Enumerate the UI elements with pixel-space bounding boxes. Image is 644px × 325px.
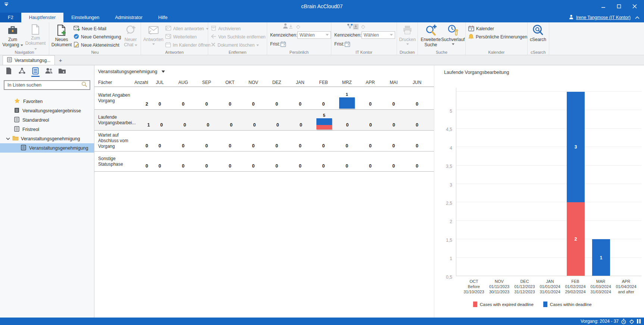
ribbon-group-csearch: cSearch cSearch bbox=[528, 22, 549, 55]
ribbon-group-neu: Neues Dokument Neue E-Mail Neue Genehmig… bbox=[49, 22, 141, 55]
column-header[interactable]: JUN bbox=[405, 80, 429, 85]
column-header[interactable]: MRZ bbox=[335, 80, 359, 85]
tab-hauptfenster[interactable]: Hauptfenster bbox=[21, 13, 64, 22]
dokument-loeschen-button[interactable]: Dokument löschen bbox=[210, 41, 267, 49]
frist-datepicker-personal[interactable] bbox=[280, 41, 286, 47]
column-header[interactable]: NOV bbox=[242, 80, 265, 85]
tree-item-verwaltungsregalergebnisse[interactable]: Verwaltungsregalergebnisse bbox=[0, 106, 94, 115]
neuer-chat-button[interactable]: Neuer Chat bbox=[122, 24, 139, 51]
von-suchliste-entfernen-button[interactable]: Von Suchliste entfernen bbox=[210, 33, 267, 41]
gridline bbox=[456, 165, 641, 166]
csearch-button[interactable]: cSearch bbox=[529, 24, 547, 51]
month-cell: 0 bbox=[406, 122, 429, 130]
month-cell: 0 bbox=[359, 163, 382, 171]
month-cell: 0 bbox=[148, 163, 172, 171]
pause-icon[interactable] bbox=[637, 319, 641, 324]
column-header[interactable]: APR bbox=[359, 80, 382, 85]
column-header[interactable]: DEZ bbox=[265, 80, 288, 85]
neue-genehmigung-button[interactable]: Neue Genehmigung bbox=[72, 33, 122, 41]
delete-x-icon bbox=[211, 42, 216, 48]
tab-f2[interactable]: F2 bbox=[0, 13, 21, 22]
archivieren-button[interactable]: Archivieren bbox=[210, 25, 267, 33]
zum-vorgang-button[interactable]: Zum Vorgang bbox=[1, 24, 24, 51]
sidebar: Favoriten Verwaltungsregalergebnisse Sta… bbox=[0, 65, 94, 318]
chevron-down-icon bbox=[162, 71, 165, 73]
flag-download-icon[interactable] bbox=[288, 24, 294, 29]
printer-icon bbox=[403, 24, 412, 36]
ribbon-group-suche: Erweiterte Suche Suchverlauf Suche bbox=[418, 22, 466, 55]
im-kalender-oeffnen-button[interactable]: Im Kalender öffnen bbox=[164, 41, 212, 49]
table-row[interactable]: Wartet aufAbschluss vomVorgang0000000000… bbox=[94, 131, 434, 151]
table-row[interactable]: LaufendeVorgangsbearbei...1000000050000 bbox=[94, 110, 434, 131]
documents-view-icon[interactable] bbox=[4, 67, 13, 77]
column-header[interactable]: FEB bbox=[312, 80, 335, 85]
collapse-ribbon-icon[interactable] bbox=[635, 13, 640, 22]
flag-download-icon[interactable] bbox=[353, 24, 359, 29]
month-cell: 0 bbox=[243, 122, 266, 130]
tag-icon[interactable] bbox=[360, 24, 366, 29]
neue-email-button[interactable]: Neue E-Mail bbox=[72, 25, 122, 33]
maximize-button[interactable] bbox=[611, 0, 627, 13]
drucken-button[interactable]: Drucken bbox=[398, 24, 416, 51]
column-header[interactable]: JAN bbox=[288, 80, 312, 85]
neue-akteneinsicht-button[interactable]: Neue Akteneinsicht bbox=[72, 41, 122, 49]
org-unit-icon bbox=[347, 24, 353, 30]
relations-view-icon[interactable] bbox=[17, 67, 27, 77]
list-tab-veranstaltungsgenehmigung[interactable]: Veranstaltungsg... bbox=[3, 55, 55, 65]
persoenliche-erinnerungen-button[interactable]: Persönliche Erinnerungen bbox=[467, 33, 528, 41]
column-header[interactable]: Anzahl bbox=[134, 80, 148, 85]
erweiterte-suche-button[interactable]: Erweiterte Suche bbox=[419, 24, 442, 51]
ribbon-group-label: Drucken bbox=[397, 50, 418, 54]
shared-folder-view-icon[interactable] bbox=[57, 68, 67, 76]
legend-swatch bbox=[543, 301, 547, 307]
tree-item-veranstaltungsgenehmigung-list[interactable]: Veranstaltungsgenehmigung bbox=[0, 143, 94, 153]
column-header[interactable]: AUG bbox=[172, 80, 195, 85]
column-header[interactable]: Fächer bbox=[98, 80, 134, 85]
antworten-button[interactable]: Antworten bbox=[143, 24, 164, 51]
column-header[interactable]: SEP bbox=[195, 80, 218, 85]
gridline bbox=[456, 221, 641, 221]
ribbon-group-label: cSearch bbox=[528, 50, 549, 54]
tree-item-standardreol[interactable]: Standardreol bbox=[0, 115, 94, 125]
chart-bar-segment: 1 bbox=[592, 239, 610, 276]
tab-administrator[interactable]: Administrator bbox=[107, 13, 150, 22]
neues-dokument-button[interactable]: Neues Dokument bbox=[51, 24, 72, 51]
tree-item-favoriten[interactable]: Favoriten bbox=[0, 97, 94, 106]
zum-dokument-button[interactable]: Zum Dokument bbox=[24, 24, 47, 51]
month-cell: 0 bbox=[242, 143, 265, 151]
csearch-icon bbox=[532, 24, 544, 36]
frist-datepicker-unit[interactable] bbox=[344, 41, 350, 47]
list-selector-dropdown[interactable]: Veranstaltungsgenehmigung bbox=[98, 69, 165, 74]
ribbon-group-label: Antworten bbox=[141, 50, 208, 54]
column-header[interactable]: OKT bbox=[218, 80, 242, 85]
kennzeichen-select-personal[interactable]: Wählen bbox=[297, 31, 331, 39]
new-tab-button[interactable]: + bbox=[55, 55, 66, 65]
table-row[interactable]: Wartet AngabenVorgang2000000001000 bbox=[94, 87, 434, 110]
kennzeichen-select-unit[interactable]: Wählen bbox=[362, 31, 395, 39]
tab-einstellungen[interactable]: Einstellungen bbox=[63, 13, 107, 22]
lists-view-icon[interactable] bbox=[31, 67, 40, 77]
stopwatch-icon[interactable] bbox=[621, 319, 626, 324]
contacts-view-icon[interactable] bbox=[44, 67, 54, 77]
ribbon-group-label: Navigation bbox=[0, 50, 49, 54]
tree-item-veranstaltungsgenehmigung-folder[interactable]: Veranstaltungsgenehmigung bbox=[0, 134, 94, 143]
tag-icon[interactable] bbox=[295, 24, 301, 29]
column-header[interactable]: MAI bbox=[382, 80, 406, 85]
column-header[interactable]: JUL bbox=[148, 80, 172, 85]
table-row[interactable]: SonstigeStatusphase0000000000000 bbox=[94, 151, 434, 172]
titlebar: cBrain AcCloud07 bbox=[0, 0, 644, 13]
suchverlauf-button[interactable]: Suchverlauf bbox=[442, 24, 464, 51]
list-search-input[interactable] bbox=[7, 82, 81, 88]
chevron-down-icon[interactable] bbox=[6, 136, 10, 141]
month-cell: 0 bbox=[265, 163, 288, 171]
tree-item-fristreol[interactable]: Fristreol bbox=[0, 125, 94, 134]
user-link[interactable]: Irene Tangmose (IT Kontor) bbox=[576, 15, 631, 20]
close-button[interactable] bbox=[627, 0, 643, 13]
month-cell: 0 bbox=[265, 101, 288, 109]
kalender-button[interactable]: Kalender bbox=[467, 25, 528, 33]
tag-icon[interactable] bbox=[629, 319, 634, 324]
weiterleiten-button[interactable]: Weiterleiten bbox=[164, 33, 212, 41]
minimize-button[interactable] bbox=[595, 0, 611, 13]
allen-antworten-button[interactable]: Allen antworten bbox=[164, 25, 212, 33]
tab-hilfe[interactable]: Hilfe bbox=[150, 13, 175, 22]
